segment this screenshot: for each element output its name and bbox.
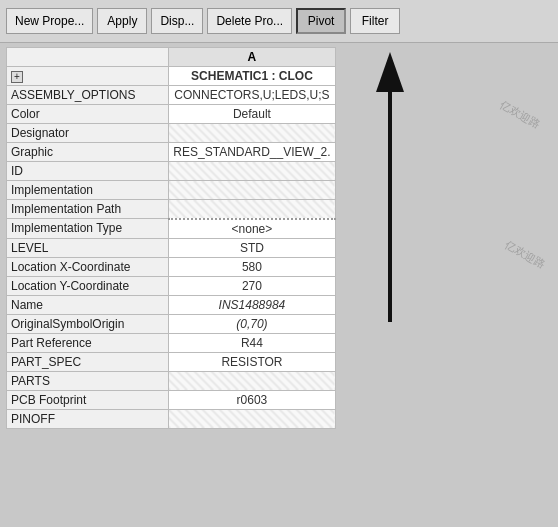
properties-table: A +SCHEMATIC1 : CLOCASSEMBLY_OPTIONSCONN… <box>6 47 336 429</box>
content-area: A +SCHEMATIC1 : CLOCASSEMBLY_OPTIONSCONN… <box>0 43 558 433</box>
table-row: Designator <box>7 124 336 143</box>
filter-button[interactable]: Filter <box>350 8 400 34</box>
property-name-cell: Location X-Coordinate <box>7 257 169 276</box>
table-row: PART_SPECRESISTOR <box>7 352 336 371</box>
table-row: GraphicRES_STANDARD__VIEW_2. <box>7 143 336 162</box>
property-value-cell[interactable]: RES_STANDARD__VIEW_2. <box>168 143 335 162</box>
property-name-cell: LEVEL <box>7 238 169 257</box>
table-row: Implementation <box>7 181 336 200</box>
property-name-cell: Location Y-Coordinate <box>7 276 169 295</box>
property-value-cell[interactable]: R44 <box>168 333 335 352</box>
toolbar: New Prope...ApplyDisp...Delete Pro...Piv… <box>0 0 558 43</box>
property-value-cell[interactable]: SCHEMATIC1 : CLOC <box>168 67 335 86</box>
property-value-cell[interactable]: 270 <box>168 276 335 295</box>
property-value-cell[interactable] <box>168 181 335 200</box>
disp-button[interactable]: Disp... <box>151 8 203 34</box>
property-value-cell[interactable]: Default <box>168 105 335 124</box>
property-value-cell[interactable]: <none> <box>168 219 335 239</box>
table-row: ColorDefault <box>7 105 336 124</box>
table-row: PINOFF <box>7 409 336 428</box>
property-name-cell: Graphic <box>7 143 169 162</box>
col-property-header <box>7 48 169 67</box>
table-row: ASSEMBLY_OPTIONSCONNECTORS,U;LEDS,U;S <box>7 86 336 105</box>
table-area: A +SCHEMATIC1 : CLOCASSEMBLY_OPTIONSCONN… <box>6 47 336 429</box>
col-a-header: A <box>168 48 335 67</box>
new-prop-button[interactable]: New Prope... <box>6 8 93 34</box>
property-value-cell[interactable]: 580 <box>168 257 335 276</box>
property-name-cell: Implementation <box>7 181 169 200</box>
property-name-cell: Color <box>7 105 169 124</box>
table-row: ID <box>7 162 336 181</box>
property-name-cell: PCB Footprint <box>7 390 169 409</box>
table-row: PARTS <box>7 371 336 390</box>
arrow-area: 亿欢迎路 亿欢迎路 <box>340 47 552 429</box>
property-value-cell[interactable]: RESISTOR <box>168 352 335 371</box>
property-name-cell: OriginalSymbolOrigin <box>7 314 169 333</box>
table-row: LEVELSTD <box>7 238 336 257</box>
property-value-cell[interactable]: INS1488984 <box>168 295 335 314</box>
property-name-cell: PART_SPEC <box>7 352 169 371</box>
property-name-cell: ASSEMBLY_OPTIONS <box>7 86 169 105</box>
arrow-icon <box>360 52 460 352</box>
table-row: Part ReferenceR44 <box>7 333 336 352</box>
property-value-cell[interactable]: (0,70) <box>168 314 335 333</box>
table-row: PCB Footprintr0603 <box>7 390 336 409</box>
property-name-cell: Implementation Type <box>7 219 169 239</box>
property-value-cell[interactable] <box>168 124 335 143</box>
property-value-cell[interactable]: CONNECTORS,U;LEDS,U;S <box>168 86 335 105</box>
property-value-cell[interactable] <box>168 200 335 219</box>
property-name-cell: Designator <box>7 124 169 143</box>
main-container: New Prope...ApplyDisp...Delete Pro...Piv… <box>0 0 558 527</box>
property-value-cell[interactable]: r0603 <box>168 390 335 409</box>
property-value-cell[interactable] <box>168 162 335 181</box>
table-row: Implementation Type<none> <box>7 219 336 239</box>
expand-button[interactable]: + <box>11 71 23 83</box>
table-row: Location Y-Coordinate270 <box>7 276 336 295</box>
property-value-cell[interactable] <box>168 371 335 390</box>
pivot-button[interactable]: Pivot <box>296 8 346 34</box>
watermark2: 亿欢迎路 <box>502 237 548 272</box>
property-name-cell: Part Reference <box>7 333 169 352</box>
table-row: NameINS1488984 <box>7 295 336 314</box>
property-name-cell: PINOFF <box>7 409 169 428</box>
apply-button[interactable]: Apply <box>97 8 147 34</box>
property-name-cell: PARTS <box>7 371 169 390</box>
property-value-cell[interactable] <box>168 409 335 428</box>
property-value-cell[interactable]: STD <box>168 238 335 257</box>
property-name-cell: Implementation Path <box>7 200 169 219</box>
table-row: +SCHEMATIC1 : CLOC <box>7 67 336 86</box>
delete-prop-button[interactable]: Delete Pro... <box>207 8 292 34</box>
watermark: 亿欢迎路 <box>497 97 543 132</box>
property-name-cell: + <box>7 67 169 86</box>
table-row: OriginalSymbolOrigin(0,70) <box>7 314 336 333</box>
property-name-cell: ID <box>7 162 169 181</box>
table-row: Location X-Coordinate580 <box>7 257 336 276</box>
property-name-cell: Name <box>7 295 169 314</box>
col-a-label: A <box>248 50 257 64</box>
table-row: Implementation Path <box>7 200 336 219</box>
